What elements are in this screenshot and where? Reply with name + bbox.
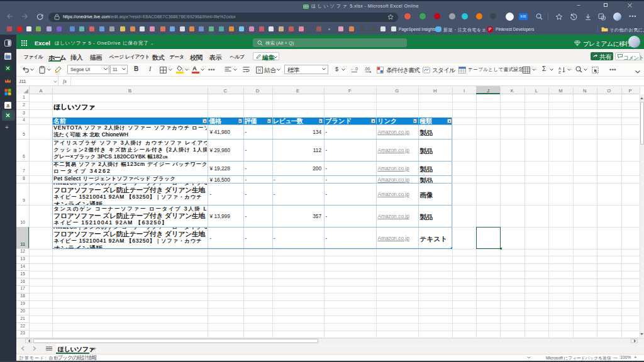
svg-text:.00: .00 [364, 67, 370, 71]
svg-text:Z: Z [558, 70, 561, 74]
svg-text:←.0: ←.0 [350, 67, 358, 71]
